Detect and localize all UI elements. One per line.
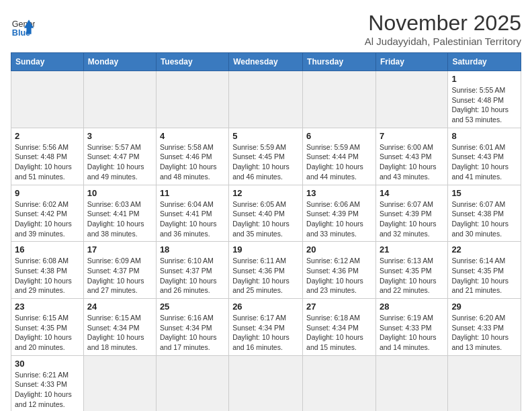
- day-info-23: Sunrise: 6:15 AMSunset: 4:35 PMDaylight:…: [15, 313, 80, 353]
- empty-cell: [156, 71, 228, 128]
- day-number-29: 29: [451, 302, 517, 312]
- col-monday: Monday: [83, 53, 156, 71]
- day-number-23: 23: [15, 302, 80, 312]
- day-number-10: 10: [87, 188, 152, 198]
- day-info-25: Sunrise: 6:16 AMSunset: 4:34 PMDaylight:…: [160, 313, 225, 353]
- day-cell-26: 26Sunrise: 6:17 AMSunset: 4:34 PMDayligh…: [229, 299, 303, 356]
- day-number-24: 24: [87, 302, 152, 312]
- empty-cell: [156, 355, 228, 411]
- day-info-15: Sunrise: 6:07 AMSunset: 4:38 PMDaylight:…: [451, 199, 517, 239]
- empty-cell: [11, 71, 84, 128]
- day-cell-10: 10Sunrise: 6:03 AMSunset: 4:41 PMDayligh…: [83, 185, 156, 242]
- day-info-28: Sunrise: 6:19 AMSunset: 4:33 PMDaylight:…: [380, 313, 444, 353]
- day-number-2: 2: [15, 131, 80, 141]
- day-info-3: Sunrise: 5:57 AMSunset: 4:47 PMDaylight:…: [87, 142, 152, 182]
- day-number-8: 8: [451, 131, 517, 141]
- calendar-row-3: 9Sunrise: 6:02 AMSunset: 4:42 PMDaylight…: [11, 185, 521, 242]
- calendar-row-2: 2Sunrise: 5:56 AMSunset: 4:48 PMDaylight…: [11, 128, 521, 185]
- month-title: November 2025: [365, 11, 521, 36]
- empty-cell: [303, 355, 376, 411]
- day-number-18: 18: [160, 244, 225, 255]
- day-cell-9: 9Sunrise: 6:02 AMSunset: 4:42 PMDaylight…: [11, 185, 84, 242]
- day-cell-25: 25Sunrise: 6:16 AMSunset: 4:34 PMDayligh…: [156, 299, 228, 356]
- day-info-14: Sunrise: 6:07 AMSunset: 4:39 PMDaylight:…: [380, 199, 444, 239]
- day-info-20: Sunrise: 6:12 AMSunset: 4:36 PMDaylight:…: [306, 256, 372, 295]
- day-cell-7: 7Sunrise: 6:00 AMSunset: 4:43 PMDaylight…: [375, 128, 447, 185]
- day-cell-15: 15Sunrise: 6:07 AMSunset: 4:38 PMDayligh…: [448, 185, 521, 242]
- day-cell-3: 3Sunrise: 5:57 AMSunset: 4:47 PMDaylight…: [83, 128, 156, 185]
- day-number-20: 20: [306, 244, 372, 255]
- day-cell-6: 6Sunrise: 5:59 AMSunset: 4:44 PMDaylight…: [303, 128, 376, 185]
- day-number-14: 14: [380, 188, 444, 198]
- title-block: November 2025 Al Judayyidah, Palestinian…: [365, 11, 521, 47]
- calendar-row-5: 23Sunrise: 6:15 AMSunset: 4:35 PMDayligh…: [11, 299, 521, 356]
- day-number-15: 15: [451, 188, 517, 198]
- calendar-row-6: 30Sunrise: 6:21 AMSunset: 4:33 PMDayligh…: [11, 355, 521, 411]
- day-number-4: 4: [160, 131, 225, 141]
- day-cell-20: 20Sunrise: 6:12 AMSunset: 4:36 PMDayligh…: [303, 242, 376, 299]
- day-info-6: Sunrise: 5:59 AMSunset: 4:44 PMDaylight:…: [306, 142, 372, 182]
- day-info-2: Sunrise: 5:56 AMSunset: 4:48 PMDaylight:…: [15, 142, 80, 182]
- day-cell-29: 29Sunrise: 6:20 AMSunset: 4:33 PMDayligh…: [448, 299, 521, 356]
- col-saturday: Saturday: [448, 53, 521, 71]
- day-cell-13: 13Sunrise: 6:06 AMSunset: 4:39 PMDayligh…: [303, 185, 376, 242]
- day-info-5: Sunrise: 5:59 AMSunset: 4:45 PMDaylight:…: [232, 142, 299, 182]
- day-number-17: 17: [87, 244, 152, 255]
- day-cell-18: 18Sunrise: 6:10 AMSunset: 4:37 PMDayligh…: [156, 242, 228, 299]
- day-cell-23: 23Sunrise: 6:15 AMSunset: 4:35 PMDayligh…: [11, 299, 84, 356]
- col-thursday: Thursday: [303, 53, 376, 71]
- day-info-7: Sunrise: 6:00 AMSunset: 4:43 PMDaylight:…: [380, 142, 444, 182]
- day-info-19: Sunrise: 6:11 AMSunset: 4:36 PMDaylight:…: [232, 256, 299, 295]
- day-number-13: 13: [306, 188, 372, 198]
- day-info-12: Sunrise: 6:05 AMSunset: 4:40 PMDaylight:…: [232, 199, 299, 239]
- day-info-9: Sunrise: 6:02 AMSunset: 4:42 PMDaylight:…: [15, 199, 80, 239]
- day-number-3: 3: [87, 131, 152, 141]
- day-info-27: Sunrise: 6:18 AMSunset: 4:34 PMDaylight:…: [306, 313, 372, 353]
- day-number-28: 28: [380, 302, 444, 312]
- day-number-26: 26: [232, 302, 299, 312]
- day-cell-24: 24Sunrise: 6:15 AMSunset: 4:34 PMDayligh…: [83, 299, 156, 356]
- day-cell-28: 28Sunrise: 6:19 AMSunset: 4:33 PMDayligh…: [375, 299, 447, 356]
- day-number-16: 16: [15, 244, 80, 255]
- empty-cell: [83, 355, 156, 411]
- empty-cell: [83, 71, 156, 128]
- day-number-12: 12: [232, 188, 299, 198]
- day-cell-14: 14Sunrise: 6:07 AMSunset: 4:39 PMDayligh…: [375, 185, 447, 242]
- day-number-22: 22: [451, 244, 517, 255]
- day-info-21: Sunrise: 6:13 AMSunset: 4:35 PMDaylight:…: [380, 256, 444, 295]
- day-cell-19: 19Sunrise: 6:11 AMSunset: 4:36 PMDayligh…: [229, 242, 303, 299]
- day-number-30: 30: [15, 359, 80, 369]
- day-info-11: Sunrise: 6:04 AMSunset: 4:41 PMDaylight:…: [160, 199, 225, 239]
- empty-cell: [229, 355, 303, 411]
- day-cell-8: 8Sunrise: 6:01 AMSunset: 4:43 PMDaylight…: [448, 128, 521, 185]
- day-info-13: Sunrise: 6:06 AMSunset: 4:39 PMDaylight:…: [306, 199, 372, 239]
- col-friday: Friday: [375, 53, 447, 71]
- day-number-7: 7: [380, 131, 444, 141]
- day-number-27: 27: [306, 302, 372, 312]
- day-info-22: Sunrise: 6:14 AMSunset: 4:35 PMDaylight:…: [451, 256, 517, 295]
- logo-icon: General Blue: [11, 15, 35, 39]
- day-cell-17: 17Sunrise: 6:09 AMSunset: 4:37 PMDayligh…: [83, 242, 156, 299]
- day-cell-5: 5Sunrise: 5:59 AMSunset: 4:45 PMDaylight…: [229, 128, 303, 185]
- logo: General Blue: [11, 15, 35, 39]
- empty-cell: [229, 71, 303, 128]
- calendar-row-4: 16Sunrise: 6:08 AMSunset: 4:38 PMDayligh…: [11, 242, 521, 299]
- weekday-header-row: Sunday Monday Tuesday Wednesday Thursday…: [11, 53, 521, 71]
- day-info-24: Sunrise: 6:15 AMSunset: 4:34 PMDaylight:…: [87, 313, 152, 353]
- day-info-4: Sunrise: 5:58 AMSunset: 4:46 PMDaylight:…: [160, 142, 225, 182]
- day-info-18: Sunrise: 6:10 AMSunset: 4:37 PMDaylight:…: [160, 256, 225, 295]
- location-title: Al Judayyidah, Palestinian Territory: [365, 36, 521, 47]
- calendar: Sunday Monday Tuesday Wednesday Thursday…: [11, 52, 521, 411]
- day-cell-4: 4Sunrise: 5:58 AMSunset: 4:46 PMDaylight…: [156, 128, 228, 185]
- day-cell-27: 27Sunrise: 6:18 AMSunset: 4:34 PMDayligh…: [303, 299, 376, 356]
- day-number-5: 5: [232, 131, 299, 141]
- day-cell-12: 12Sunrise: 6:05 AMSunset: 4:40 PMDayligh…: [229, 185, 303, 242]
- empty-cell: [375, 355, 447, 411]
- day-number-1: 1: [451, 74, 517, 84]
- day-info-1: Sunrise: 5:55 AMSunset: 4:48 PMDaylight:…: [451, 85, 517, 125]
- day-cell-11: 11Sunrise: 6:04 AMSunset: 4:41 PMDayligh…: [156, 185, 228, 242]
- day-info-29: Sunrise: 6:20 AMSunset: 4:33 PMDaylight:…: [451, 313, 517, 353]
- day-number-9: 9: [15, 188, 80, 198]
- day-cell-30: 30Sunrise: 6:21 AMSunset: 4:33 PMDayligh…: [11, 355, 84, 411]
- day-cell-2: 2Sunrise: 5:56 AMSunset: 4:48 PMDaylight…: [11, 128, 84, 185]
